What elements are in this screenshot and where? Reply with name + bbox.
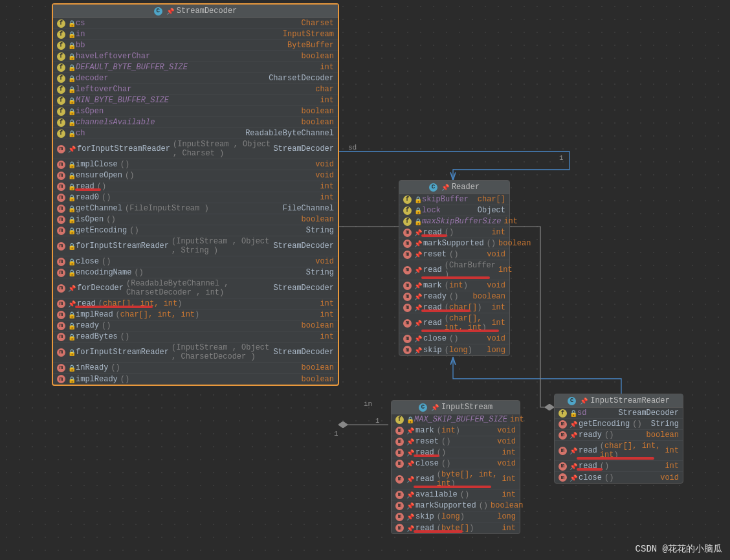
pin-icon: 📌 bbox=[406, 449, 413, 456]
member-row[interactable]: m📌read (CharBuffer )int bbox=[399, 260, 509, 280]
member-row[interactable]: m🔒getEncoding ()String bbox=[53, 225, 338, 236]
member-row[interactable]: m🔒implReady ()boolean bbox=[53, 374, 338, 385]
member-row[interactable]: m🔒inReady ()boolean bbox=[53, 363, 338, 374]
member-row[interactable]: m📌forInputStreamReader (InputStream , Ob… bbox=[53, 139, 338, 159]
member-params: () bbox=[449, 334, 458, 343]
member-type: String bbox=[306, 268, 334, 277]
member-type: boolean bbox=[302, 363, 334, 372]
member-name: forInputStreamReader bbox=[76, 241, 169, 251]
member-row[interactable]: m📌forDecoder (ReadableByteChannel , Char… bbox=[53, 278, 338, 298]
member-row[interactable]: m📌markSupported ()boolean bbox=[392, 500, 520, 511]
member-row[interactable]: m📌reset ()void bbox=[399, 249, 509, 260]
field-icon: f bbox=[57, 30, 65, 39]
member-row[interactable]: m📌skip (long)long bbox=[392, 511, 520, 522]
member-type: int bbox=[502, 475, 516, 484]
member-type: void bbox=[487, 281, 505, 290]
member-row[interactable]: m🔒ready ()boolean bbox=[53, 320, 338, 331]
member-params: (int) bbox=[437, 426, 460, 435]
pin-icon: 📌 bbox=[431, 404, 437, 410]
member-type: String bbox=[651, 420, 679, 429]
highlight-underline bbox=[75, 188, 101, 191]
member-row[interactable]: m📌read (char[], int, int)int bbox=[399, 313, 509, 333]
member-name: skipBuffer bbox=[422, 195, 469, 204]
member-row[interactable]: m🔒implClose ()void bbox=[53, 159, 338, 170]
member-name: decoder bbox=[76, 74, 108, 83]
member-type: void bbox=[497, 437, 516, 446]
lock-icon: 🔒 bbox=[68, 364, 73, 371]
member-name: forInputStreamReader bbox=[77, 144, 170, 153]
member-row[interactable]: m🔒forInputStreamReader (InputStream , Ob… bbox=[53, 342, 338, 363]
member-name: getEncoding bbox=[76, 226, 127, 235]
member-row[interactable]: f🔒bbByteBuffer bbox=[53, 40, 338, 51]
member-row[interactable]: m📌read ()int bbox=[399, 227, 509, 238]
member-row[interactable]: f🔒inInputStream bbox=[53, 29, 338, 40]
pin-icon: 📌 bbox=[570, 421, 576, 427]
member-row[interactable]: m📌read ()int bbox=[555, 461, 683, 472]
member-row[interactable]: m📌ready ()boolean bbox=[399, 291, 509, 302]
member-row[interactable]: m📌read (byte[])int bbox=[392, 522, 520, 533]
member-row[interactable]: m📌ready ()boolean bbox=[555, 430, 683, 441]
member-name: inReady bbox=[76, 363, 108, 372]
member-row[interactable]: f🔒haveLeftoverCharboolean bbox=[53, 51, 338, 62]
member-type: int bbox=[491, 228, 505, 237]
member-row[interactable]: f🔒DEFAULT_BYTE_BUFFER_SIZEint bbox=[53, 62, 338, 73]
member-row[interactable]: m📌read (char[], int, int)int bbox=[53, 298, 338, 309]
highlight-underline bbox=[75, 306, 153, 308]
member-row[interactable]: m📌reset ()void bbox=[392, 436, 520, 447]
member-row[interactable]: f🔒csCharset bbox=[53, 18, 338, 29]
member-row[interactable]: m🔒read0 ()int bbox=[53, 192, 338, 203]
highlight-underline bbox=[414, 454, 439, 457]
class-box-reader[interactable]: C 📌 Reader f🔒skipBufferchar[]f🔒lockObjec… bbox=[399, 180, 510, 356]
member-row[interactable]: f🔒MAX_SKIP_BUFFER_SIZEint bbox=[392, 414, 520, 425]
member-row[interactable]: m📌available ()int bbox=[392, 489, 520, 500]
method-icon: m bbox=[403, 335, 412, 343]
member-type: char bbox=[315, 85, 334, 94]
lock-icon: 🔒 bbox=[68, 97, 73, 104]
member-row[interactable]: f🔒maxSkipBufferSizeint bbox=[399, 216, 509, 227]
member-row[interactable]: f🔒leftoverCharchar bbox=[53, 84, 338, 95]
member-row[interactable]: m🔒read ()int bbox=[53, 181, 338, 192]
member-row[interactable]: m🔒isOpen ()boolean bbox=[53, 214, 338, 225]
member-row[interactable]: f🔒chReadableByteChannel bbox=[53, 128, 338, 139]
class-box-streamdecoder[interactable]: C 📌 StreamDecoder f🔒csCharsetf🔒inInputSt… bbox=[52, 3, 339, 386]
lock-icon: 🔒 bbox=[68, 258, 73, 265]
member-row[interactable]: m📌close ()void bbox=[392, 458, 520, 469]
member-row[interactable]: f🔒channelsAvailableboolean bbox=[53, 117, 338, 128]
member-row[interactable]: m📌mark (int)void bbox=[392, 425, 520, 436]
member-row[interactable]: m📌close ()void bbox=[555, 472, 683, 483]
member-row[interactable]: m🔒forInputStreamReader (InputStream , Ob… bbox=[53, 236, 338, 256]
member-row[interactable]: m📌skip (long)long bbox=[399, 344, 509, 355]
member-row[interactable]: m🔒getChannel (FileInputStream )FileChann… bbox=[53, 203, 338, 214]
member-row[interactable]: m📌read (byte[], int, int)int bbox=[392, 469, 520, 489]
member-row[interactable]: m🔒close ()void bbox=[53, 256, 338, 267]
member-row[interactable]: f🔒lockObject bbox=[399, 205, 509, 216]
member-row[interactable]: m📌getEncoding ()String bbox=[555, 419, 683, 430]
member-row[interactable]: m🔒encodingName ()String bbox=[53, 267, 338, 278]
member-type: int bbox=[320, 193, 334, 202]
field-icon: f bbox=[395, 416, 404, 424]
member-row[interactable]: m📌read (char[])int bbox=[399, 302, 509, 313]
member-row[interactable]: f🔒MIN_BYTE_BUFFER_SIZEint bbox=[53, 95, 338, 106]
member-row[interactable]: m📌mark (int)void bbox=[399, 280, 509, 291]
method-icon: m bbox=[395, 438, 404, 446]
member-row[interactable]: f🔒sdStreamDecoder bbox=[555, 408, 683, 419]
member-params: () bbox=[102, 257, 111, 266]
member-row[interactable]: m📌read (char[], int, int)int bbox=[555, 441, 683, 461]
member-row[interactable]: m🔒readBytes ()int bbox=[53, 331, 338, 342]
field-icon: f bbox=[57, 85, 65, 94]
member-row[interactable]: f🔒skipBufferchar[] bbox=[399, 194, 509, 205]
member-row[interactable]: m📌read ()int bbox=[392, 447, 520, 458]
member-name: encodingName bbox=[76, 268, 131, 277]
method-icon: m bbox=[403, 319, 412, 328]
class-box-inputstreamreader[interactable]: C 📌 InputStreamReader f🔒sdStreamDecoderm… bbox=[554, 394, 683, 484]
class-box-inputstream[interactable]: C 📌 InputStream f🔒MAX_SKIP_BUFFER_SIZEin… bbox=[391, 400, 520, 534]
highlight-underline bbox=[421, 234, 447, 237]
lock-icon: 🔒 bbox=[68, 20, 73, 27]
member-row[interactable]: f🔒isOpenboolean bbox=[53, 106, 338, 117]
method-icon: m bbox=[57, 194, 65, 202]
member-row[interactable]: m🔒ensureOpen ()void bbox=[53, 170, 338, 181]
member-row[interactable]: m📌close ()void bbox=[399, 333, 509, 344]
member-row[interactable]: f🔒decoderCharsetDecoder bbox=[53, 73, 338, 84]
member-row[interactable]: m📌markSupported ()boolean bbox=[399, 238, 509, 249]
member-row[interactable]: m🔒implRead (char[], int, int)int bbox=[53, 309, 338, 320]
